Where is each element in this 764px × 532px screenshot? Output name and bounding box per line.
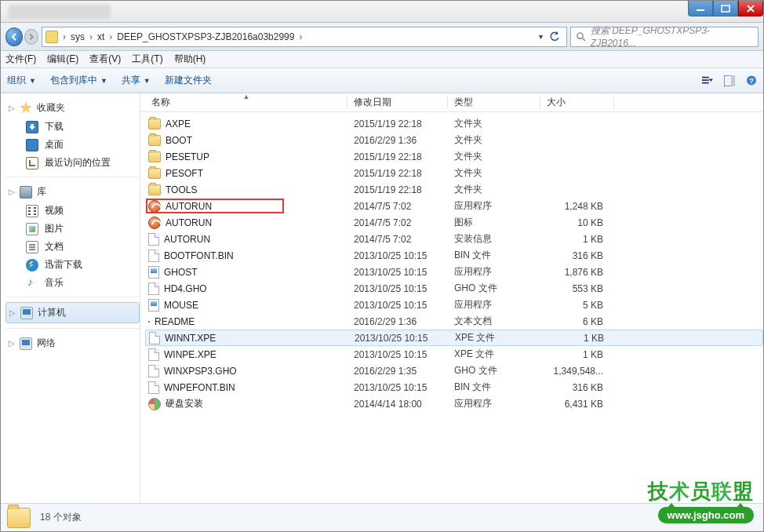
- computer-group[interactable]: ▷ 计算机: [5, 302, 140, 323]
- library-group[interactable]: ▷ 库: [5, 182, 140, 202]
- file-row[interactable]: README2016/2/29 1:36文本文档6 KB: [145, 313, 763, 330]
- doc-icon: [148, 321, 150, 322]
- maximize-button[interactable]: [713, 1, 738, 16]
- file-type: 图标: [448, 216, 540, 229]
- folder-icon: [148, 184, 161, 195]
- breadcrumb-dropdown[interactable]: ▾: [539, 28, 563, 46]
- share-button[interactable]: 共享 ▼: [122, 74, 151, 87]
- file-name: WINXPSP3.GHO: [164, 366, 237, 377]
- chevron-right-icon[interactable]: ›: [106, 31, 115, 42]
- file-row[interactable]: AUTORUN2014/7/5 7:02图标10 KB: [145, 214, 763, 231]
- file-name: AUTORUN: [164, 234, 210, 245]
- chevron-right-icon[interactable]: ›: [60, 31, 69, 42]
- breadcrumb-segment[interactable]: sys: [71, 31, 85, 42]
- document-icon: [26, 241, 38, 253]
- app-icon: [148, 266, 159, 279]
- file-date: 2013/10/25 10:15: [347, 250, 448, 261]
- file-row[interactable]: AUTORUN2014/7/5 7:02应用程序1,248 KB: [145, 198, 763, 214]
- back-button[interactable]: [5, 27, 23, 46]
- menu-view[interactable]: 查看(V): [89, 53, 121, 66]
- file-row[interactable]: WINNT.XPE2013/10/25 10:15XPE 文件1 KB: [145, 330, 763, 346]
- breadcrumb[interactable]: › sys › xt › DEEP_GHOSTXPSP3-ZJB2016a03b…: [42, 27, 567, 47]
- file-size: 5 KB: [540, 300, 614, 311]
- file-row[interactable]: GHOST2013/10/25 10:15应用程序1,876 KB: [145, 264, 763, 280]
- column-size[interactable]: 大小: [540, 93, 614, 111]
- file-icon: [148, 233, 159, 246]
- help-button[interactable]: ?: [746, 75, 757, 86]
- file-row[interactable]: BOOTFONT.BIN2013/10/25 10:15BIN 文件316 KB: [145, 247, 763, 264]
- file-row[interactable]: AXPE2015/1/19 22:18文件夹: [145, 115, 763, 132]
- menu-edit[interactable]: 编辑(E): [47, 53, 78, 66]
- view-options-button[interactable]: [702, 75, 713, 86]
- file-size: 6 KB: [540, 316, 614, 327]
- app-icon: [148, 299, 159, 312]
- file-date: 2016/2/29 1:35: [347, 366, 448, 377]
- menu-file[interactable]: 文件(F): [5, 53, 36, 66]
- svg-rect-1: [722, 5, 729, 12]
- sidebar-item-desktop[interactable]: 桌面: [5, 136, 140, 154]
- folder-icon: [148, 151, 161, 162]
- file-row[interactable]: MOUSE2013/10/25 10:15应用程序5 KB: [145, 297, 763, 313]
- file-row[interactable]: HD4.GHO2013/10/25 10:15GHO 文件553 KB: [145, 280, 763, 297]
- chevron-right-icon[interactable]: ›: [86, 31, 96, 42]
- search-placeholder: 搜索 DEEP_GHOSTXPSP3-ZJB2016...: [591, 24, 753, 49]
- refresh-button[interactable]: [546, 28, 563, 46]
- file-name: BOOT: [166, 135, 192, 146]
- file-list[interactable]: AXPE2015/1/19 22:18文件夹BOOT2016/2/29 1:36…: [140, 112, 763, 415]
- chevron-right-icon[interactable]: ›: [296, 31, 305, 42]
- sidebar-item-videos[interactable]: 视频: [5, 202, 140, 220]
- search-input[interactable]: 搜索 DEEP_GHOSTXPSP3-ZJB2016...: [570, 27, 759, 47]
- file-type: BIN 文件: [448, 381, 540, 394]
- file-name: WINPE.XPE: [164, 349, 216, 360]
- file-name: BOOTFONT.BIN: [164, 250, 234, 261]
- file-date: 2013/10/25 10:15: [347, 267, 448, 278]
- folder-icon: [45, 31, 58, 43]
- file-row[interactable]: TOOLS2015/1/19 22:18文件夹: [145, 181, 763, 198]
- network-group[interactable]: ▷ 网络: [5, 333, 140, 353]
- breadcrumb-segment[interactable]: DEEP_GHOSTXPSP3-ZJB2016a03b2999: [117, 31, 294, 42]
- favorites-group[interactable]: ▷ 收藏夹: [5, 98, 140, 118]
- column-name[interactable]: ▲ 名称: [145, 93, 347, 111]
- column-type[interactable]: 类型: [448, 93, 540, 111]
- file-icon: [149, 332, 160, 344]
- file-size: 6,431 KB: [540, 399, 614, 410]
- organize-button[interactable]: 组织 ▼: [7, 74, 36, 87]
- column-date[interactable]: 修改日期: [347, 93, 448, 111]
- file-row[interactable]: PESOFT2015/1/19 22:18文件夹: [145, 165, 763, 181]
- file-row[interactable]: 硬盘安装2014/4/14 18:00应用程序6,431 KB: [145, 395, 763, 412]
- sidebar-item-recent[interactable]: 最近访问的位置: [5, 154, 140, 172]
- sidebar-item-pictures[interactable]: 图片: [5, 220, 140, 238]
- file-row[interactable]: WINPE.XPE2013/10/25 10:15XPE 文件1 KB: [145, 346, 763, 363]
- folder-icon: [148, 118, 161, 129]
- menu-tools[interactable]: 工具(T): [132, 53, 162, 66]
- file-icon: [148, 365, 159, 377]
- file-size: 553 KB: [540, 283, 614, 294]
- file-date: 2015/1/19 22:18: [347, 184, 448, 195]
- file-size: 1,248 KB: [540, 201, 614, 212]
- minimize-button[interactable]: [688, 1, 713, 16]
- file-row[interactable]: WINXPSP3.GHO2016/2/29 1:35GHO 文件1,349,54…: [145, 363, 763, 379]
- file-type: GHO 文件: [448, 364, 540, 377]
- file-row[interactable]: PESETUP2015/1/19 22:18文件夹: [145, 148, 763, 165]
- file-row[interactable]: BOOT2016/2/29 1:36文件夹: [145, 132, 763, 148]
- file-size: 1,349,548...: [540, 366, 614, 377]
- menu-help[interactable]: 帮助(H): [174, 53, 206, 66]
- sidebar-item-xunlei[interactable]: 迅雷下载: [5, 256, 140, 274]
- preview-pane-button[interactable]: [724, 75, 735, 86]
- sidebar-item-music[interactable]: 音乐: [5, 274, 140, 292]
- library-icon: [20, 186, 32, 199]
- file-type: 文件夹: [448, 150, 540, 163]
- new-folder-button[interactable]: 新建文件夹: [165, 74, 212, 87]
- file-type: 文件夹: [448, 133, 540, 147]
- file-row[interactable]: WNPEFONT.BIN2013/10/25 10:15BIN 文件316 KB: [145, 379, 763, 395]
- file-date: 2015/1/19 22:18: [347, 118, 448, 129]
- breadcrumb-segment[interactable]: xt: [97, 31, 104, 42]
- file-row[interactable]: AUTORUN2014/7/5 7:02安装信息1 KB: [145, 231, 763, 247]
- close-button[interactable]: [738, 1, 763, 16]
- window-titlebar: [1, 1, 763, 23]
- include-in-library-button[interactable]: 包含到库中 ▼: [50, 74, 107, 87]
- sidebar-item-documents[interactable]: 文档: [5, 238, 140, 256]
- forward-button[interactable]: [24, 29, 38, 45]
- sidebar-item-downloads[interactable]: 下载: [5, 118, 140, 136]
- file-icon: [148, 282, 159, 295]
